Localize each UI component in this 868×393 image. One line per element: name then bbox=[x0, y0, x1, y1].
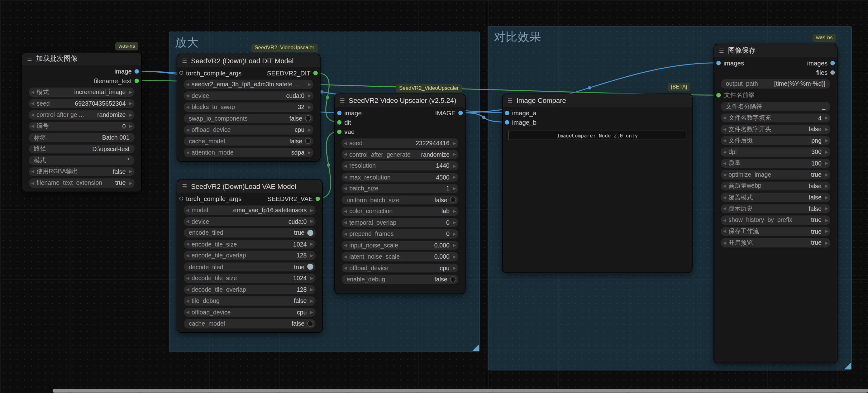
node-dit-loader[interactable]: ☰SeedVR2 (Down)Load DiT Modeltorch_compi… bbox=[177, 54, 320, 161]
increment-arrow-icon[interactable]: ▶ bbox=[451, 163, 458, 168]
decrement-arrow-icon[interactable]: ◀ bbox=[184, 82, 192, 87]
widget-latent-noise-scale[interactable]: ◀latent_noise_scale0.000▶ bbox=[341, 252, 458, 261]
increment-arrow-icon[interactable]: ▶ bbox=[308, 310, 316, 315]
increment-arrow-icon[interactable]: ▶ bbox=[308, 275, 316, 280]
output-dot-images[interactable] bbox=[830, 61, 835, 65]
decrement-arrow-icon[interactable]: ◀ bbox=[29, 124, 36, 129]
increment-arrow-icon[interactable]: ▶ bbox=[823, 149, 830, 154]
widget-input-noise-scale[interactable]: ◀input_noise_scale0.000▶ bbox=[341, 241, 458, 250]
widget-batch-size[interactable]: ◀batch_size1▶ bbox=[341, 184, 458, 193]
node-header[interactable]: ☰Image Compare bbox=[502, 94, 692, 107]
link-midpoint-dot[interactable] bbox=[482, 116, 486, 119]
increment-arrow-icon[interactable]: ▶ bbox=[451, 231, 458, 236]
increment-arrow-icon[interactable]: ▶ bbox=[451, 254, 458, 259]
decrement-arrow-icon[interactable]: ◀ bbox=[341, 163, 349, 168]
input-dot-filename-prefix[interactable] bbox=[716, 93, 721, 97]
widget-offload-device[interactable]: ◀offload_devicecpu▶ bbox=[184, 125, 313, 134]
decrement-arrow-icon[interactable]: ◀ bbox=[29, 101, 36, 106]
widget-encode-tiled[interactable]: encode_tiledtrue bbox=[184, 228, 316, 237]
toggle-knob[interactable] bbox=[307, 230, 313, 236]
widget-path[interactable]: 路径D:\upscal-test bbox=[29, 144, 134, 153]
node-menu-icon[interactable]: ☰ bbox=[182, 58, 187, 64]
increment-arrow-icon[interactable]: ▶ bbox=[451, 220, 458, 225]
node-header[interactable]: ☰SeedVR2 Video Upscaler (v2.5.24) bbox=[335, 94, 465, 107]
widget-attention-mode[interactable]: ◀attention_modesdpa▶ bbox=[184, 148, 313, 157]
decrement-arrow-icon[interactable]: ◀ bbox=[721, 161, 728, 166]
increment-arrow-icon[interactable]: ▶ bbox=[823, 240, 830, 245]
widget-filename-number-padding[interactable]: ◀文件名数字填充4▶ bbox=[721, 113, 830, 122]
increment-arrow-icon[interactable]: ▶ bbox=[308, 242, 316, 246]
input-slot-image_b[interactable]: image_b bbox=[509, 119, 536, 125]
toggle-knob[interactable] bbox=[305, 115, 311, 122]
input-slot-image_a[interactable]: image_a bbox=[509, 110, 536, 116]
widget-device[interactable]: ◀devicecuda:0▶ bbox=[184, 91, 313, 100]
toggle-knob[interactable] bbox=[450, 276, 457, 282]
increment-arrow-icon[interactable]: ▶ bbox=[308, 219, 316, 224]
decrement-arrow-icon[interactable]: ◀ bbox=[721, 172, 728, 177]
node-header[interactable]: ☰加载批次图像 bbox=[22, 53, 141, 65]
widget-decode-tiled[interactable]: decode_tiledtrue bbox=[184, 262, 316, 271]
node-graph-canvas[interactable]: 放大对比效果☰加载批次图像imagefilename_text◀模式increm… bbox=[0, 0, 868, 393]
widget-swap-io-components[interactable]: swap_io_componentsfalse bbox=[184, 114, 313, 123]
decrement-arrow-icon[interactable]: ◀ bbox=[721, 229, 728, 234]
increment-arrow-icon[interactable]: ▶ bbox=[306, 104, 313, 110]
increment-arrow-icon[interactable]: ▶ bbox=[451, 175, 458, 180]
decrement-arrow-icon[interactable]: ◀ bbox=[29, 180, 36, 185]
output-slot-images[interactable]: images bbox=[807, 60, 830, 66]
input-dot-images[interactable] bbox=[716, 61, 721, 65]
widget-output-path[interactable]: output_path[time(%Y-%m-%d)] bbox=[721, 79, 830, 88]
node-header[interactable]: ☰SeedVR2 (Down)Load VAE Model bbox=[177, 180, 322, 192]
widget-control-after-generate[interactable]: ◀control_after_generaterandomize▶ bbox=[341, 150, 458, 159]
increment-arrow-icon[interactable]: ▶ bbox=[306, 82, 313, 87]
increment-arrow-icon[interactable]: ▶ bbox=[308, 287, 316, 292]
input-dot-dit[interactable] bbox=[337, 120, 341, 124]
input-dot-torch_compile_args[interactable] bbox=[180, 196, 183, 201]
decrement-arrow-icon[interactable]: ◀ bbox=[184, 242, 192, 246]
widget-show-history-by-prefix[interactable]: ◀show_history_by_prefixtrue▶ bbox=[721, 215, 830, 224]
widget-decode-tile-size[interactable]: ◀decode_tile_size1024▶ bbox=[184, 274, 316, 283]
widget-max-resolution[interactable]: ◀max_resolution4500▶ bbox=[341, 172, 458, 181]
decrement-arrow-icon[interactable]: ◀ bbox=[721, 115, 728, 120]
input-dot-image_b[interactable] bbox=[505, 120, 509, 124]
widget-filename-number-start[interactable]: ◀文件名数字开头false▶ bbox=[721, 125, 830, 134]
widget-seed[interactable]: ◀seed2322944416▶ bbox=[341, 139, 458, 147]
widget-filename-delimiter[interactable]: 文件名分隔符_ bbox=[721, 102, 830, 111]
widget-device[interactable]: ◀devicecuda:0▶ bbox=[184, 217, 316, 226]
decrement-arrow-icon[interactable]: ◀ bbox=[721, 217, 728, 222]
node-menu-icon[interactable]: ☰ bbox=[719, 48, 724, 54]
input-slot-images[interactable]: images bbox=[721, 60, 744, 66]
toggle-knob[interactable] bbox=[450, 196, 457, 203]
decrement-arrow-icon[interactable]: ◀ bbox=[341, 231, 349, 236]
widget-label[interactable]: 标签Batch 001 bbox=[29, 133, 134, 142]
increment-arrow-icon[interactable]: ▶ bbox=[451, 243, 458, 248]
increment-arrow-icon[interactable]: ▶ bbox=[823, 126, 830, 131]
node-menu-icon[interactable]: ☰ bbox=[182, 183, 187, 189]
output-slot-SEEDVR2_VAE[interactable]: SEEDVR2_VAE bbox=[267, 195, 316, 202]
decrement-arrow-icon[interactable]: ◀ bbox=[341, 152, 349, 157]
output-slot-IMAGE[interactable]: IMAGE bbox=[435, 110, 458, 116]
decrement-arrow-icon[interactable]: ◀ bbox=[341, 254, 349, 259]
decrement-arrow-icon[interactable]: ◀ bbox=[341, 220, 349, 225]
input-dot-torch_compile_args[interactable] bbox=[180, 71, 183, 74]
node-image-compare[interactable]: ☰Image Compareimage_aimage_bImageCompare… bbox=[502, 94, 692, 272]
widget-quality[interactable]: ◀质量100▶ bbox=[721, 159, 830, 168]
increment-arrow-icon[interactable]: ▶ bbox=[127, 169, 134, 174]
widget-dpi[interactable]: ◀dpi300▶ bbox=[721, 147, 830, 156]
horizontal-scrollbar[interactable] bbox=[53, 389, 868, 392]
decrement-arrow-icon[interactable]: ◀ bbox=[184, 104, 192, 110]
widget-encode-tile-size[interactable]: ◀encode_tile_size1024▶ bbox=[184, 239, 316, 248]
decrement-arrow-icon[interactable]: ◀ bbox=[721, 195, 728, 200]
decrement-arrow-icon[interactable]: ◀ bbox=[721, 184, 728, 188]
increment-arrow-icon[interactable]: ▶ bbox=[823, 217, 830, 222]
node-seedvr2-upscaler[interactable]: ☰SeedVR2 Video Upscaler (v2.5.24)imageIM… bbox=[335, 94, 465, 294]
input-dot-vae[interactable] bbox=[337, 129, 341, 134]
widget-index[interactable]: ◀编号0▶ bbox=[29, 122, 134, 130]
group-resize-handle[interactable] bbox=[472, 344, 479, 351]
widget-color-correction[interactable]: ◀color_correctionlab▶ bbox=[341, 207, 458, 216]
widget-temporal-overlap[interactable]: ◀temporal_overlap0▶ bbox=[341, 218, 458, 227]
increment-arrow-icon[interactable]: ▶ bbox=[823, 195, 830, 200]
decrement-arrow-icon[interactable]: ◀ bbox=[29, 169, 36, 174]
widget-cache-model[interactable]: cache_modelfalse bbox=[184, 319, 316, 328]
decrement-arrow-icon[interactable]: ◀ bbox=[184, 93, 192, 98]
decrement-arrow-icon[interactable]: ◀ bbox=[341, 141, 349, 146]
